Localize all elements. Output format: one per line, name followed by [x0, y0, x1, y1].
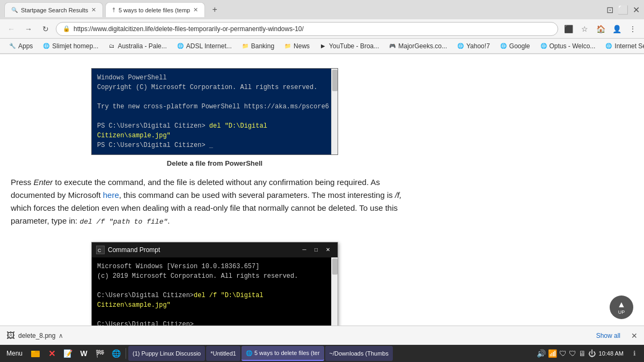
powershell-caption: Delete a file from PowerShell — [167, 159, 262, 167]
cmd-maximize-button[interactable]: □ — [311, 246, 321, 254]
bookmark-banking-label: Banking — [251, 42, 274, 50]
powershell-screenshot-container: Windows PowerShell Copyright (C) Microso… — [11, 68, 419, 167]
nav-bar: ← → ↻ 🔒 https://www.digitalcitizen.life/… — [0, 19, 644, 39]
svg-text:C: C — [98, 248, 101, 253]
youtube-favicon: ▶ — [319, 42, 327, 50]
cmd-titlebar: C Command Prompt ─ □ ✕ — [92, 242, 338, 257]
taskbar-sys-icons: 🔊 📶 🛡 🛡 🖥 ⏻ — [537, 349, 596, 358]
taskbar-menu-label[interactable]: Menu — [2, 350, 27, 357]
slimjet-favicon: 🌐 — [42, 42, 50, 50]
cmd-line-4: C:\Users\Digital Citizen>del /f "D:\Digi… — [97, 291, 330, 310]
google-favicon: 🌐 — [500, 42, 507, 50]
taskbar-btn-downloads[interactable]: ~/Downloads (Thumbs — [325, 346, 393, 361]
address-text[interactable]: https://www.digitalcitizen.life/delete-f… — [74, 25, 551, 33]
power-icon[interactable]: ⏻ — [588, 349, 596, 358]
bookmark-adsl[interactable]: 🌐 ADSL Internet... — [172, 41, 236, 51]
taskbar-btn-untitled[interactable]: *Untitled1 — [206, 346, 240, 361]
tab-startpage[interactable]: 🔍 Startpage Search Results ✕ — [4, 2, 103, 17]
bookmark-banking[interactable]: 📁 Banking — [237, 41, 279, 51]
bookmark-australia[interactable]: 🗂 Australia - Pale... — [104, 41, 171, 51]
scroll-up-button[interactable]: ▲ UP — [610, 295, 633, 319]
cmd-title-label: Command Prompt — [108, 246, 299, 254]
ps-line-6: PS C:\Users\Digital Citizen> del "D:\Dig… — [97, 121, 330, 141]
bookmark-optus[interactable]: 🌐 Optus - Welco... — [536, 41, 600, 51]
svg-rect-3 — [31, 351, 35, 352]
cmd-line-5 — [97, 310, 330, 320]
address-bar[interactable]: 🔒 https://www.digitalcitizen.life/delete… — [56, 22, 558, 36]
taskbar-icon-folder[interactable] — [28, 346, 43, 361]
account-icon[interactable]: 👤 — [610, 22, 624, 36]
tab-restore-icon[interactable]: ⬜ — [618, 5, 628, 15]
enter-key-text: Enter — [34, 178, 53, 187]
ps-line-5 — [97, 112, 330, 121]
taskbar-btn-browser-label: 5 ways to delete files (ter — [254, 350, 320, 356]
cmd-minimize-button[interactable]: ─ — [299, 246, 310, 254]
lock-icon: 🔒 — [63, 25, 70, 32]
refresh-button[interactable]: ↻ — [39, 22, 53, 36]
taskbar-icon-x[interactable]: ✕ — [44, 346, 59, 361]
taskbar-icon-globe[interactable]: 🌐 — [108, 346, 123, 361]
back-button[interactable]: ← — [4, 22, 18, 36]
forward-button[interactable]: → — [21, 22, 35, 36]
yahoo-favicon: 🌐 — [457, 42, 464, 50]
bookmark-news[interactable]: 📁 News — [280, 41, 314, 51]
bookmark-optus-label: Optus - Welco... — [550, 42, 596, 50]
taskbar-btn-browser[interactable]: 🌐 5 ways to delete files (ter — [241, 346, 324, 361]
bookmark-apps[interactable]: 🔧 Apps — [4, 41, 37, 51]
monitor-icon[interactable]: 🖥 — [579, 349, 586, 358]
bookmark-slimjet[interactable]: 🌐 Slimjet homep... — [38, 41, 103, 51]
tab-title-1: Startpage Search Results — [21, 7, 88, 13]
notification-icon[interactable]: ℹ — [627, 346, 642, 361]
internet-favicon: 🌐 — [605, 42, 612, 50]
cmd-close-button[interactable]: ✕ — [323, 246, 333, 254]
taskbar-icon-windows-flag[interactable]: 🏁 — [92, 346, 107, 361]
tab-close-2[interactable]: ✕ — [193, 6, 198, 13]
taskbar-clock[interactable]: 10:48 AM — [599, 350, 624, 357]
ps-line-4: Try the new cross-platform PowerShell ht… — [97, 102, 330, 112]
bookmark-internet[interactable]: 🌐 Internet Servic... — [601, 41, 644, 51]
volume-icon[interactable]: 🔊 — [537, 349, 546, 358]
bookmark-youtube[interactable]: ▶ YouTube - Broa... — [315, 41, 383, 51]
bookmarks-bar: 🔧 Apps 🌐 Slimjet homep... 🗂 Australia - … — [0, 39, 644, 54]
ps-line-2: Copyright (C) Microsoft Corporation. All… — [97, 83, 330, 92]
bookmark-google[interactable]: 🌐 Google — [495, 41, 535, 51]
shield2-icon[interactable]: 🛡 — [569, 349, 576, 358]
tab-favicon-2: † — [112, 7, 115, 13]
bookmark-yahoo-label: Yahoo!7 — [466, 42, 490, 50]
taskbar-icon-text[interactable]: 📝 — [60, 346, 75, 361]
ps-line-1: Windows PowerShell — [97, 73, 330, 83]
browser-chrome: 🔍 Startpage Search Results ✕ † 5 ways to… — [0, 0, 644, 54]
download-chevron-icon[interactable]: ∧ — [58, 332, 63, 339]
home-icon[interactable]: 🏠 — [594, 22, 608, 36]
cmd-line-2: (c) 2019 Microsoft Corporation. All righ… — [97, 271, 330, 281]
tab-favicon-1: 🔍 — [11, 7, 18, 13]
bookmark-google-label: Google — [509, 42, 530, 50]
download-bar-close[interactable]: ✕ — [631, 331, 638, 340]
download-filename: delete_8.png — [18, 332, 55, 339]
bookmark-yahoo[interactable]: 🌐 Yahoo!7 — [452, 41, 494, 51]
tab-collapse-icon[interactable]: ⊡ — [606, 5, 613, 15]
taskbar-icon-w[interactable]: W — [76, 346, 91, 361]
tab-close-1[interactable]: ✕ — [91, 6, 96, 13]
bookmark-adsl-label: ADSL Internet... — [186, 42, 232, 50]
page-content[interactable]: Windows PowerShell Copyright (C) Microso… — [0, 54, 644, 345]
optus-favicon: 🌐 — [540, 42, 547, 50]
taskbar: Menu ✕ 📝 W 🏁 🌐 (1) Puppy Linux Discussio… — [0, 345, 644, 362]
tab-title-2: 5 ways to delete files (temp — [119, 7, 190, 13]
bookmark-majorgeeks[interactable]: 🎮 MajorGeeks.co... — [384, 41, 451, 51]
tab-delete-files[interactable]: † 5 ways to delete files (temp ✕ — [105, 2, 205, 17]
tab-close-window-icon[interactable]: ✕ — [633, 5, 640, 15]
powershell-content: Windows PowerShell Copyright (C) Microso… — [92, 69, 338, 154]
taskbar-btn-puppy[interactable]: (1) Puppy Linux Discussio — [128, 346, 205, 361]
bookmark-news-label: News — [294, 42, 310, 50]
powershell-scrollbar[interactable] — [331, 69, 338, 154]
wifi-icon[interactable]: 📶 — [548, 349, 557, 358]
ps-line-3 — [97, 92, 330, 102]
star-icon[interactable]: ☆ — [577, 22, 591, 36]
shield1-icon[interactable]: 🛡 — [559, 349, 567, 358]
show-all-button[interactable]: Show all — [596, 332, 620, 339]
here-link[interactable]: here — [103, 190, 119, 200]
extensions-icon[interactable]: ⬛ — [561, 22, 575, 36]
tab-new-button[interactable]: + — [207, 2, 222, 17]
menu-icon[interactable]: ⋮ — [626, 22, 640, 36]
